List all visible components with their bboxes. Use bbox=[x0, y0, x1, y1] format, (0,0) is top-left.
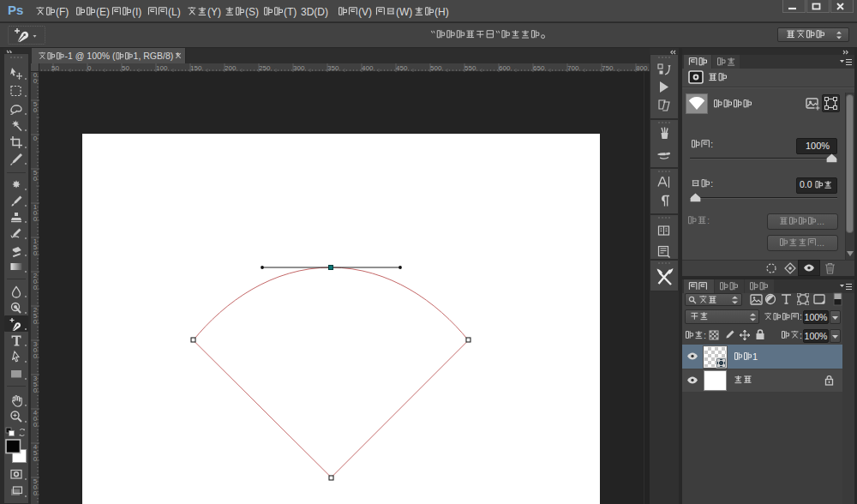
svg-text::: : bbox=[710, 139, 713, 149]
svg-text:1: 1 bbox=[752, 351, 758, 362]
svg-text::: : bbox=[704, 330, 706, 340]
svg-text::: : bbox=[800, 311, 802, 321]
svg-text:(E): (E) bbox=[96, 6, 110, 18]
svg-text:0.0: 0.0 bbox=[800, 179, 812, 189]
svg-text:...: ... bbox=[817, 216, 824, 226]
svg-text::: : bbox=[800, 330, 802, 340]
svg-text:-1 @ 100% (: -1 @ 100% ( bbox=[65, 51, 117, 61]
svg-text:(I): (I) bbox=[132, 6, 141, 18]
svg-text:(F): (F) bbox=[56, 6, 69, 18]
svg-text:(T): (T) bbox=[284, 6, 297, 18]
svg-text:(S): (S) bbox=[245, 6, 259, 18]
svg-text:(H): (H) bbox=[434, 6, 449, 18]
svg-text:(W): (W) bbox=[396, 6, 412, 18]
svg-text:(L): (L) bbox=[168, 6, 181, 18]
svg-text:3D(D): 3D(D) bbox=[301, 6, 328, 18]
svg-text:1, RGB/8) *: 1, RGB/8) * bbox=[134, 51, 180, 61]
svg-text::: : bbox=[707, 215, 710, 225]
svg-text::: : bbox=[710, 178, 713, 189]
svg-text:...: ... bbox=[817, 237, 824, 248]
svg-text:(V): (V) bbox=[358, 6, 372, 18]
svg-text:(Y): (Y) bbox=[207, 6, 221, 18]
